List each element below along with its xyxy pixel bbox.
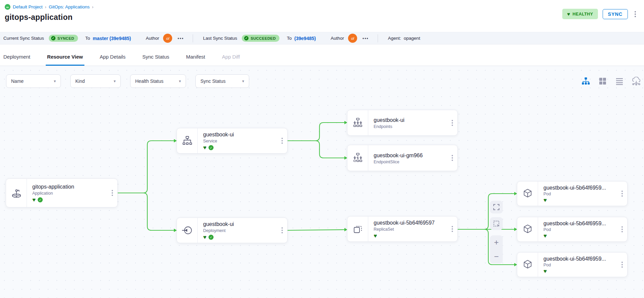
node-gitops-application[interactable]: gitops-application Application ♥ ✓ [6,178,118,207]
heart-icon: ♥ [567,11,570,16]
node-kind: Application [32,191,105,196]
app-tabs: Deployment Resource View App Details Syn… [0,44,644,66]
filter-kind-dropdown[interactable]: Kind▾ [70,74,121,88]
divider [193,34,193,42]
pod-icon [517,181,538,206]
tab-app-diff[interactable]: App Diff [222,48,240,66]
chevron-down-icon: ▾ [179,79,181,84]
endpointslice-icon [347,145,368,171]
network-view-icon[interactable] [631,76,641,86]
node-menu-button[interactable] [447,110,457,135]
node-kind: Pod [543,263,615,267]
zoom-control-group: + − [490,235,503,264]
check-icon: ✓ [51,36,55,40]
breadcrumb-project-link[interactable]: Default Project [13,4,43,9]
breadcrumb-separator: › [92,4,93,9]
current-sync-status-label: Current Sync Status [3,36,44,41]
node-title: guestbook-ui-gm966 [374,153,445,159]
grid-view-icon[interactable] [598,76,608,86]
node-title: guestbook-ui-5b64f69597 [374,220,445,226]
node-menu-button[interactable] [447,217,457,241]
list-view-icon[interactable] [614,76,624,86]
commit-message-more-button[interactable]: ••• [363,36,369,41]
current-commit-link[interactable]: master (39e9485) [93,36,131,41]
healthy-heart-icon: ♥ [543,269,547,274]
commit-message-more-button[interactable]: ••• [178,36,184,41]
node-title: guestbook-ui-5b64f6959... [543,256,615,262]
breadcrumb: ∞ Default Project › GitOps: Applications… [5,4,639,10]
healthy-heart-icon: ♥ [32,197,36,202]
last-commit-link[interactable]: (39e9485) [294,36,316,41]
healthy-heart-icon: ♥ [374,233,377,238]
tab-app-details[interactable]: App Details [100,48,126,66]
breadcrumb-section-link[interactable]: GitOps: Applications [49,4,90,9]
node-title: guestbook-ui [374,117,445,123]
healthy-heart-icon: ♥ [543,233,547,238]
node-guestbook-ui-endpoints[interactable]: guestbook-ui Endpoints [347,110,458,136]
sync-button[interactable]: SYNC [603,9,628,19]
tab-sync-status[interactable]: Sync Status [142,48,169,66]
view-toggle-group [581,76,641,86]
filter-bar: Name▾ Kind▾ Health Status▾ Sync Status▾ [6,74,249,88]
author-avatar[interactable]: ol [348,34,357,43]
node-menu-button[interactable] [617,217,627,241]
endpoints-icon [347,110,368,135]
health-status-badge: ♥ HEALTHY [562,9,598,19]
tab-resource-view[interactable]: Resource View [47,48,83,66]
synced-check-icon: ✓ [209,235,214,240]
agent-label: Agent: [388,36,401,41]
node-title: guestbook-ui-5b64f6959... [543,185,615,191]
node-menu-button[interactable] [447,145,457,171]
filter-name-dropdown[interactable]: Name▾ [6,74,61,88]
node-guestbook-ui-service[interactable]: guestbook-ui Service ♥ ✓ [177,128,288,154]
node-guestbook-ui-gm966-endpointslice[interactable]: guestbook-ui-gm966 EndpointSlice [347,145,458,171]
node-menu-button[interactable] [277,128,287,153]
node-pod-1[interactable]: guestbook-ui-5b64f6959... Pod ♥ [517,181,628,206]
to-label: To [287,36,292,41]
author-avatar[interactable]: ol [163,34,172,43]
node-guestbook-ui-deployment[interactable]: guestbook-ui Deployment ♥ ✓ [177,218,288,243]
node-kind: Pod [543,227,615,232]
resource-graph-canvas[interactable]: Name▾ Kind▾ Health Status▾ Sync Status▾ [0,66,644,298]
gitops-logo-icon: ∞ [5,4,10,10]
node-pod-2[interactable]: guestbook-ui-5b64f6959... Pod ♥ [517,217,628,242]
author-label: Author [146,36,159,41]
zoom-in-button[interactable]: + [490,235,503,250]
node-pod-3[interactable]: guestbook-ui-5b64f6959... Pod ♥ [517,252,628,277]
zoom-out-button[interactable]: − [490,250,503,264]
last-sync-status-label: Last Sync Status [203,36,237,41]
header-more-menu-button[interactable] [633,10,638,19]
synced-badge: ✓ SYNCED [49,35,78,42]
succeeded-badge: ✓ SUCCEEDED [242,35,279,42]
author-label: Author [331,36,344,41]
node-menu-button[interactable] [277,218,287,243]
node-title: guestbook-ui [203,221,275,227]
page-header: ∞ Default Project › GitOps: Applications… [0,0,644,32]
node-kind: Endpoints [374,124,445,129]
node-menu-button[interactable] [617,181,627,206]
node-title: gitops-application [32,184,105,190]
node-menu-button[interactable] [107,179,117,207]
tab-deployment[interactable]: Deployment [3,48,30,66]
pod-icon [517,217,538,241]
pod-icon [517,253,538,277]
node-menu-button[interactable] [617,253,627,277]
node-kind: Pod [543,192,615,196]
node-guestbook-ui-5b64f69597-replicaset[interactable]: guestbook-ui-5b64f69597 ReplicaSet ♥ [347,216,458,242]
tab-manifest[interactable]: Manifest [186,48,205,66]
fullscreen-button[interactable] [490,201,503,213]
tree-view-icon[interactable] [581,76,591,86]
divider [378,34,378,42]
deployment-icon [177,218,198,243]
filter-sync-status-dropdown[interactable]: Sync Status▾ [195,74,249,88]
chevron-down-icon: ▾ [114,79,116,84]
chevron-down-icon: ▾ [242,79,244,84]
synced-check-icon: ✓ [209,145,214,150]
filter-health-status-dropdown[interactable]: Health Status▾ [130,74,186,88]
chevron-down-icon: ▾ [54,79,56,84]
node-title: guestbook-ui [203,132,275,138]
synced-check-icon: ✓ [38,197,43,202]
selection-mode-button[interactable] [490,217,503,230]
agent-value: opagent [404,36,420,41]
healthy-heart-icon: ♥ [543,198,547,203]
